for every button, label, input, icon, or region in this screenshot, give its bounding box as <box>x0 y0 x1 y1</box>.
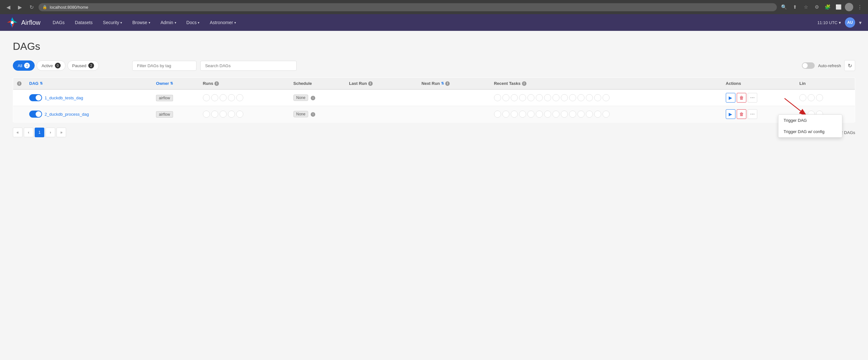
th-recenttasks: Recent Tasks i <box>490 78 722 90</box>
browser-chrome: ◀ ▶ ↻ 🔒 localhost:8080/home 🔍 ⬆ ☆ ⚙ 🧩 ⬜ … <box>0 0 868 14</box>
dag1-owner-badge[interactable]: airflow <box>156 95 173 101</box>
trigger-dag-config-item[interactable]: Trigger DAG w/ config <box>778 126 842 137</box>
dag1-name-link[interactable]: 1_duckdb_tests_dag <box>44 95 83 100</box>
run-circle <box>211 111 218 118</box>
pagination-current-button[interactable]: 1 <box>35 128 44 137</box>
address-bar[interactable]: 🔒 localhost:8080/home <box>38 3 777 11</box>
time-display[interactable]: 11:10 UTC ▾ <box>817 20 841 25</box>
row1-actions-cell: ▶ 🗑 ⋯ <box>722 89 796 106</box>
nav-astronomer[interactable]: Astronomer ▾ <box>205 17 240 28</box>
row1-runs-cell <box>199 89 289 106</box>
row1-lastrun-cell <box>345 89 417 106</box>
task-circle <box>494 111 501 118</box>
zoom-button[interactable]: 🔍 <box>779 3 788 11</box>
filter-paused-button[interactable]: Paused 2 <box>67 60 99 71</box>
task-circle <box>578 94 585 101</box>
refresh-button[interactable]: ↻ <box>844 60 855 71</box>
nav-docs[interactable]: Docs ▾ <box>182 17 204 28</box>
nextrun-sort-icon[interactable]: ⇅ <box>441 81 444 85</box>
row1-links-cell <box>796 89 855 106</box>
task-circle <box>602 94 610 101</box>
run-circle <box>228 94 235 101</box>
th-actions: Actions <box>722 78 796 90</box>
dag2-name-link[interactable]: 2_duckdb_process_dag <box>44 112 89 117</box>
bookmark-button[interactable]: ☆ <box>801 3 810 11</box>
recenttasks-info-icon[interactable]: i <box>522 81 526 86</box>
dag1-runs-circles <box>203 94 286 101</box>
pagination-prev-button[interactable]: ‹ <box>24 128 33 137</box>
main-content: DAGs All 2 Active 0 Paused 2 Auto-refres… <box>0 31 868 360</box>
task-circle <box>586 94 593 101</box>
share-button[interactable]: ⬆ <box>790 3 799 11</box>
th-runs-label: Runs <box>203 81 214 86</box>
th-owner-label: Owner <box>156 81 169 86</box>
extensions-button[interactable]: 🧩 <box>823 3 832 11</box>
filters-row: All 2 Active 0 Paused 2 Auto-refresh ↻ <box>13 60 855 71</box>
nav-dags[interactable]: DAGs <box>48 17 69 28</box>
back-button[interactable]: ◀ <box>4 3 13 11</box>
filter-active-button[interactable]: Active 0 <box>37 60 65 71</box>
refresh-icon: ↻ <box>848 63 852 69</box>
brand[interactable]: Airflow <box>6 17 40 28</box>
dag1-delete-button[interactable]: 🗑 <box>737 93 746 103</box>
pagination-last-button[interactable]: » <box>57 128 66 137</box>
user-caret-icon[interactable]: ▾ <box>859 20 862 26</box>
reload-button[interactable]: ↻ <box>27 3 36 11</box>
auto-refresh-label: Auto-refresh <box>818 63 841 68</box>
owner-sort-icon[interactable]: ⇅ <box>170 81 173 85</box>
dag2-schedule-info-icon[interactable]: i <box>311 112 315 117</box>
row2-dag-cell: 2_duckdb_process_dag <box>25 106 152 122</box>
row2-recenttasks-cell <box>490 106 722 122</box>
user-avatar-browser[interactable] <box>845 3 853 11</box>
th-info: i <box>13 78 26 90</box>
browser-actions: 🔍 ⬆ ☆ ⚙ 🧩 ⬜ ⋮ <box>779 3 864 11</box>
dag2-owner-badge[interactable]: airflow <box>156 111 173 118</box>
user-avatar-nav[interactable]: AU <box>845 17 855 28</box>
security-caret-icon: ▾ <box>120 21 122 24</box>
trigger-dag-item[interactable]: Trigger DAG <box>778 115 842 126</box>
settings-button[interactable]: ⚙ <box>812 3 821 11</box>
search-input[interactable] <box>200 61 297 71</box>
row2-owner-cell: airflow <box>152 106 199 122</box>
menu-button[interactable]: ⋮ <box>855 3 864 11</box>
th-dag-label: DAG <box>29 81 38 86</box>
dag2-toggle[interactable] <box>29 111 42 118</box>
split-button[interactable]: ⬜ <box>834 3 843 11</box>
nextrun-info-icon[interactable]: i <box>445 81 450 86</box>
lastrun-info-icon[interactable]: i <box>368 81 373 86</box>
th-lastrun: Last Run i <box>345 78 417 90</box>
table-info-icon[interactable]: i <box>17 81 22 86</box>
svg-point-6 <box>11 21 14 24</box>
runs-info-icon[interactable]: i <box>214 81 219 86</box>
dag2-more-button[interactable]: ⋯ <box>748 109 757 119</box>
page-title: DAGs <box>13 40 855 52</box>
dag2-schedule-badge: None <box>293 111 309 117</box>
link-circle <box>808 94 815 101</box>
dag-sort-icon[interactable]: ⇅ <box>40 81 43 85</box>
tag-filter-input[interactable] <box>132 61 196 71</box>
row1-recenttasks-cell <box>490 89 722 106</box>
dag1-trigger-button[interactable]: ▶ <box>726 93 736 103</box>
dag1-toggle[interactable] <box>29 94 42 101</box>
dag2-trigger-button[interactable]: ▶ <box>726 109 736 119</box>
th-links-label: Lin <box>799 81 806 86</box>
row1-nextrun-cell <box>417 89 490 106</box>
pagination-next-button[interactable]: › <box>45 128 55 137</box>
filter-all-button[interactable]: All 2 <box>13 60 35 71</box>
nav-datasets[interactable]: Datasets <box>70 17 97 28</box>
row2-info-cell <box>13 106 26 122</box>
row2-runs-cell <box>199 106 289 122</box>
dag1-more-button[interactable]: ⋯ <box>748 93 757 103</box>
th-links: Lin <box>796 78 855 90</box>
nav-browse[interactable]: Browse ▾ <box>128 17 155 28</box>
forward-button[interactable]: ▶ <box>16 3 24 11</box>
nav-admin[interactable]: Admin ▾ <box>156 17 181 28</box>
pagination-first-button[interactable]: « <box>13 128 23 137</box>
nav-security[interactable]: Security ▾ <box>98 17 127 28</box>
task-circle <box>586 111 593 118</box>
dag1-action-buttons: ▶ 🗑 ⋯ <box>726 93 792 103</box>
link-circle <box>799 94 806 101</box>
auto-refresh-toggle[interactable] <box>802 62 815 69</box>
dag1-schedule-info-icon[interactable]: i <box>311 96 315 100</box>
dag2-delete-button[interactable]: 🗑 <box>737 109 746 119</box>
